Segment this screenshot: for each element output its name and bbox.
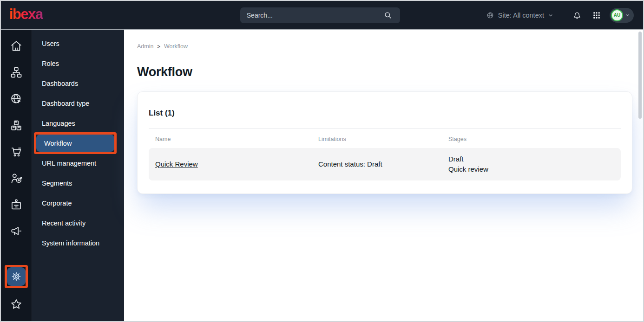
- sidebar-item-url-management[interactable]: URL management: [32, 153, 124, 173]
- sidebar-item-dashboard-type[interactable]: Dashboard type: [32, 93, 124, 113]
- globe-icon: [486, 11, 494, 19]
- column-header-name: Name: [149, 129, 312, 148]
- site-context-selector[interactable]: Site: All context: [486, 11, 553, 19]
- sidebar-item-recent-activity[interactable]: Recent activity: [32, 213, 124, 233]
- sidebar-item-dashboards[interactable]: Dashboards: [32, 73, 124, 93]
- main-nav-rail: [1, 30, 32, 321]
- customers-target-icon[interactable]: [3, 165, 30, 191]
- main-content: Admin > Workflow Workflow List (1) Name …: [124, 30, 643, 321]
- table-header-row: Name Limitations Stages: [149, 129, 621, 148]
- annotation-highlight-settings: [5, 265, 28, 288]
- breadcrumb-separator-icon: >: [157, 44, 160, 49]
- breadcrumb-current: Workflow: [164, 43, 188, 50]
- workflow-name-link[interactable]: Quick Review: [155, 160, 198, 168]
- favorites-star-icon[interactable]: [3, 291, 30, 317]
- sidebar-item-workflow[interactable]: Workflow: [36, 135, 114, 152]
- commerce-cart-icon[interactable]: [3, 138, 30, 165]
- annotation-highlight-workflow: Workflow: [34, 132, 117, 154]
- rail-divider: [7, 261, 26, 261]
- search-input[interactable]: [247, 12, 381, 19]
- column-header-stages: Stages: [442, 129, 621, 148]
- workflow-list-card: List (1) Name Limitations Stages Quick R…: [137, 91, 632, 194]
- stage-item: Draft: [448, 154, 621, 164]
- row-limitations: Content status: Draft: [312, 159, 442, 169]
- sidebar-item-corporate[interactable]: Corporate: [32, 193, 124, 213]
- chevron-down-icon: [625, 13, 630, 18]
- sidebar-item-languages[interactable]: Languages: [32, 113, 124, 133]
- settings-gear-icon[interactable]: [7, 267, 26, 286]
- search-icon[interactable]: [381, 9, 394, 22]
- breadcrumb: Admin > Workflow: [137, 43, 643, 50]
- notifications-bell-icon[interactable]: [571, 9, 584, 22]
- site-context-label: Site: All context: [498, 12, 544, 19]
- topbar-divider: [562, 9, 562, 21]
- stage-item: Quick review: [448, 164, 621, 174]
- list-count-title: List (1): [149, 103, 621, 128]
- corporate-badge-icon[interactable]: [3, 191, 30, 218]
- ibexa-logo[interactable]: ibexa: [9, 7, 43, 23]
- product-catalog-icon[interactable]: [3, 112, 30, 138]
- column-header-limitations: Limitations: [312, 129, 442, 148]
- home-icon[interactable]: [3, 32, 30, 59]
- page-title: Workflow: [137, 65, 643, 79]
- site-globe-icon[interactable]: [3, 85, 30, 112]
- breadcrumb-admin[interactable]: Admin: [137, 43, 153, 50]
- avatar[interactable]: AU: [611, 9, 623, 21]
- sidebar-item-segments[interactable]: Segments: [32, 173, 124, 193]
- admin-sidebar: Users Roles Dashboards Dashboard type La…: [32, 30, 124, 321]
- chevron-down-icon: [548, 13, 553, 18]
- app-grid-icon[interactable]: [590, 9, 603, 22]
- user-menu[interactable]: AU: [610, 8, 634, 23]
- content-tree-icon[interactable]: [3, 59, 30, 85]
- global-search[interactable]: [240, 7, 400, 23]
- sidebar-item-roles[interactable]: Roles: [32, 53, 124, 73]
- topbar: ibexa Site: All context: [1, 1, 643, 30]
- table-row[interactable]: Quick Review Content status: Draft Draft…: [149, 148, 621, 180]
- vertical-scrollbar[interactable]: [638, 32, 642, 119]
- sidebar-item-system-information[interactable]: System information: [32, 233, 124, 253]
- marketing-megaphone-icon[interactable]: [3, 218, 30, 244]
- sidebar-item-users[interactable]: Users: [32, 33, 124, 53]
- row-stages: Draft Quick review: [442, 154, 621, 174]
